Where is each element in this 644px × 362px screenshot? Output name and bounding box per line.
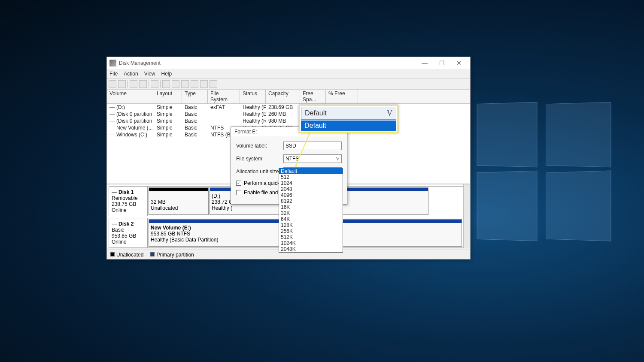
col-pct-free[interactable]: % Free (326, 90, 358, 103)
file-system-lbl: File system: (236, 156, 283, 162)
vertical-scrollbar[interactable] (463, 184, 470, 248)
legend-primary: Primary partition (150, 252, 194, 258)
callout-zoom: Default Default (299, 105, 398, 133)
alloc-option[interactable]: 16K (279, 204, 343, 210)
col-volume[interactable]: Volume (107, 90, 154, 103)
window-title: Disk Management (119, 60, 161, 66)
windows-logo (474, 103, 612, 240)
volume-list-header: Volume Layout Type File System Status Ca… (107, 90, 470, 104)
alloc-option[interactable]: 32K (279, 210, 343, 216)
menubar: File Action View Help (107, 69, 470, 78)
file-system-combo[interactable]: NTFS (283, 154, 342, 163)
callout-highlighted[interactable]: Default (301, 121, 396, 131)
col-capacity[interactable]: Capacity (266, 90, 300, 103)
alloc-option[interactable]: 256K (279, 228, 343, 234)
tb-btn-4[interactable] (181, 80, 189, 88)
volume-row[interactable]: (Disk 0 partition 1)SimpleBasicHealthy (… (107, 111, 470, 118)
col-layout[interactable]: Layout (154, 90, 182, 103)
volume-label-lbl: Volume label: (236, 143, 283, 149)
col-free[interactable]: Free Spa... (300, 90, 326, 103)
toolbar (107, 78, 470, 90)
volume-row[interactable]: (Disk 0 partition 4)SimpleBasicHealthy (… (107, 118, 470, 124)
partition[interactable]: 32 MBUnallocated (149, 187, 209, 215)
alloc-option[interactable]: 1024 (279, 180, 343, 186)
tb-btn-1[interactable] (130, 80, 137, 88)
minimize-button[interactable]: — (416, 58, 433, 68)
alloc-option[interactable]: 8192 (279, 198, 343, 204)
refresh-button[interactable] (151, 80, 158, 88)
alloc-option[interactable]: 128K (279, 222, 343, 228)
col-type[interactable]: Type (182, 90, 208, 103)
forward-button[interactable] (118, 80, 126, 88)
tb-btn-2[interactable] (162, 80, 170, 88)
alloc-option[interactable]: 4096 (279, 192, 343, 198)
menu-action[interactable]: Action (124, 71, 138, 77)
col-filesystem[interactable]: File System (208, 90, 240, 103)
menu-file[interactable]: File (109, 71, 118, 77)
titlebar[interactable]: Disk Management — ☐ ✕ (107, 57, 470, 69)
alloc-size-dropdown[interactable]: Default512102420484096819216K32K64K128K2… (279, 168, 343, 253)
alloc-option[interactable]: 2048K (279, 246, 343, 252)
close-button[interactable]: ✕ (450, 58, 468, 68)
alloc-option[interactable]: 1024K (279, 240, 343, 246)
disk-management-window: Disk Management — ☐ ✕ File Action View H… (106, 57, 471, 259)
tb-btn-6[interactable] (200, 80, 208, 88)
help-icon[interactable] (139, 80, 147, 88)
menu-help[interactable]: Help (161, 71, 172, 77)
alloc-option[interactable]: 2048 (279, 186, 343, 192)
alloc-option[interactable]: Default (279, 168, 343, 174)
col-status[interactable]: Status (240, 90, 266, 103)
tb-btn-5[interactable] (191, 80, 198, 88)
alloc-option[interactable]: 512K (279, 234, 343, 240)
alloc-option[interactable]: 512 (279, 174, 343, 180)
legend-unallocated: Unallocated (110, 252, 143, 258)
back-button[interactable] (109, 80, 116, 88)
menu-view[interactable]: View (144, 71, 155, 77)
volume-row[interactable]: (D:)SimpleBasicexFATHealthy (P...238.69 … (107, 104, 470, 111)
alloc-size-lbl: Allocation unit size: (236, 169, 283, 175)
app-icon (109, 60, 116, 66)
tb-btn-3[interactable] (172, 80, 179, 88)
maximize-button[interactable]: ☐ (433, 58, 450, 68)
alloc-option[interactable]: 64K (279, 216, 343, 222)
callout-selected[interactable]: Default (301, 107, 396, 120)
tb-btn-7[interactable] (210, 80, 217, 88)
volume-label-input[interactable]: SSD (283, 142, 342, 150)
